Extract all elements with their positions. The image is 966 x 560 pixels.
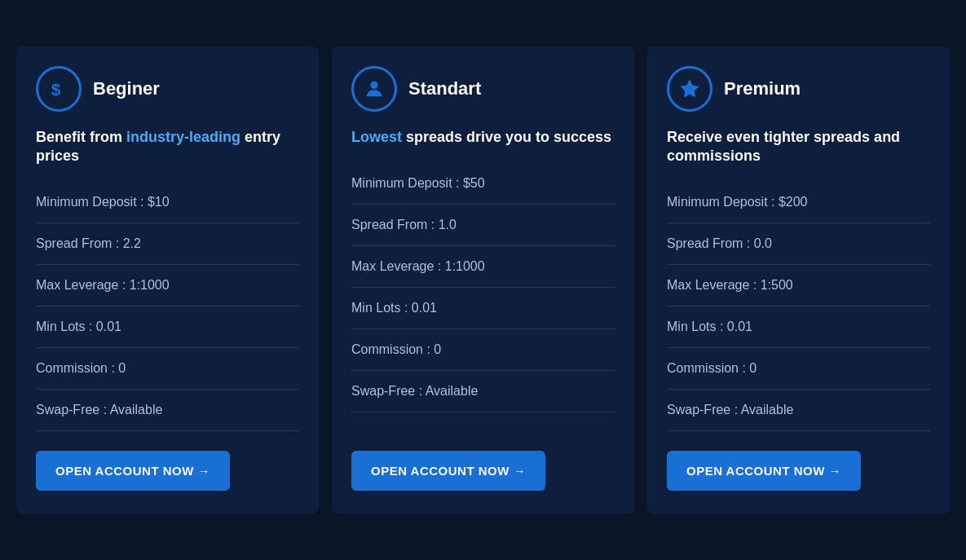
card-row-text-premium-2: Max Leverage : 1:500 [667, 278, 793, 292]
card-row-premium-3: Min Lots : 0.01 [667, 306, 930, 348]
open-account-button-standart[interactable]: OPEN ACCOUNT NOW → [351, 451, 545, 491]
card-row-text-standart-0: Minimum Deposit : $50 [351, 176, 485, 190]
rows-area-standart: Minimum Deposit : $50Spread From : 1.0Ma… [351, 163, 615, 431]
card-row-text-premium-0: Minimum Deposit : $200 [667, 195, 808, 209]
card-row-premium-5: Swap-Free : Available [667, 390, 930, 431]
card-row-text-beginer-4: Commission : 0 [36, 361, 126, 375]
svg-point-1 [370, 81, 377, 88]
card-row-text-beginer-2: Max Leverage : 1:1000 [36, 278, 170, 292]
card-beginer: $ BeginerBenefit from industry-leading e… [16, 46, 319, 514]
open-account-button-beginer[interactable]: OPEN ACCOUNT NOW → [36, 451, 230, 491]
card-row-premium-1: Spread From : 0.0 [667, 223, 930, 265]
card-header-premium: Premium [667, 66, 930, 112]
card-row-text-standart-3: Min Lots : 0.01 [351, 301, 437, 315]
card-row-premium-2: Max Leverage : 1:500 [667, 265, 930, 306]
card-row-standart-5: Swap-Free : Available [351, 371, 615, 412]
card-row-premium-4: Commission : 0 [667, 348, 930, 390]
rows-area-beginer: Minimum Deposit : $10Spread From : 2.2Ma… [36, 182, 299, 431]
card-row-beginer-4: Commission : 0 [36, 348, 299, 390]
card-row-beginer-0: Minimum Deposit : $10 [36, 182, 299, 223]
card-row-premium-0: Minimum Deposit : $200 [667, 182, 930, 223]
card-row-text-premium-1: Spread From : 0.0 [667, 236, 772, 250]
card-row-text-beginer-1: Spread From : 2.2 [36, 236, 141, 250]
card-title-premium: Premium [724, 78, 801, 99]
person-icon [351, 66, 397, 112]
card-row-standart-1: Spread From : 1.0 [351, 205, 615, 246]
card-row-text-standart-2: Max Leverage : 1:1000 [351, 259, 485, 273]
card-row-beginer-5: Swap-Free : Available [36, 390, 299, 431]
card-row-text-premium-4: Commission : 0 [667, 361, 756, 375]
rows-area-premium: Minimum Deposit : $200Spread From : 0.0M… [667, 182, 930, 431]
svg-text:$: $ [51, 80, 61, 99]
svg-marker-2 [680, 79, 699, 97]
card-row-text-premium-5: Swap-Free : Available [667, 403, 793, 417]
card-row-text-standart-1: Spread From : 1.0 [351, 218, 457, 231]
card-row-standart-4: Commission : 0 [351, 329, 615, 371]
cards-container: $ BeginerBenefit from industry-leading e… [16, 46, 950, 514]
open-account-button-premium[interactable]: OPEN ACCOUNT NOW → [667, 451, 861, 491]
card-subtitle-standart: Lowest spreads drive you to success [351, 128, 615, 147]
card-subtitle-beginer: Benefit from industry-leading entry pric… [36, 128, 299, 166]
card-subtitle-premium: Receive even tighter spreads and commiss… [667, 128, 930, 166]
card-row-standart-3: Min Lots : 0.01 [351, 288, 615, 329]
card-row-standart-0: Minimum Deposit : $50 [351, 163, 615, 205]
card-title-beginer: Beginer [93, 78, 160, 99]
dollar-icon: $ [36, 66, 82, 112]
card-row-text-beginer-0: Minimum Deposit : $10 [36, 195, 170, 209]
card-row-text-beginer-5: Swap-Free : Available [36, 403, 162, 417]
card-row-text-standart-4: Commission : 0 [351, 342, 441, 356]
star-icon [667, 66, 712, 112]
card-row-beginer-3: Min Lots : 0.01 [36, 306, 299, 348]
card-header-standart: Standart [351, 66, 615, 112]
card-premium: PremiumReceive even tighter spreads and … [647, 46, 950, 514]
card-row-text-premium-3: Min Lots : 0.01 [667, 320, 752, 333]
card-standart: StandartLowest spreads drive you to succ… [332, 46, 634, 514]
card-row-text-beginer-3: Min Lots : 0.01 [36, 320, 121, 333]
card-header-beginer: $ Beginer [36, 66, 299, 112]
card-row-beginer-1: Spread From : 2.2 [36, 223, 299, 265]
card-title-standart: Standart [408, 78, 481, 99]
card-row-beginer-2: Max Leverage : 1:1000 [36, 265, 299, 306]
card-row-text-standart-5: Swap-Free : Available [351, 384, 478, 398]
card-row-standart-2: Max Leverage : 1:1000 [351, 246, 615, 288]
